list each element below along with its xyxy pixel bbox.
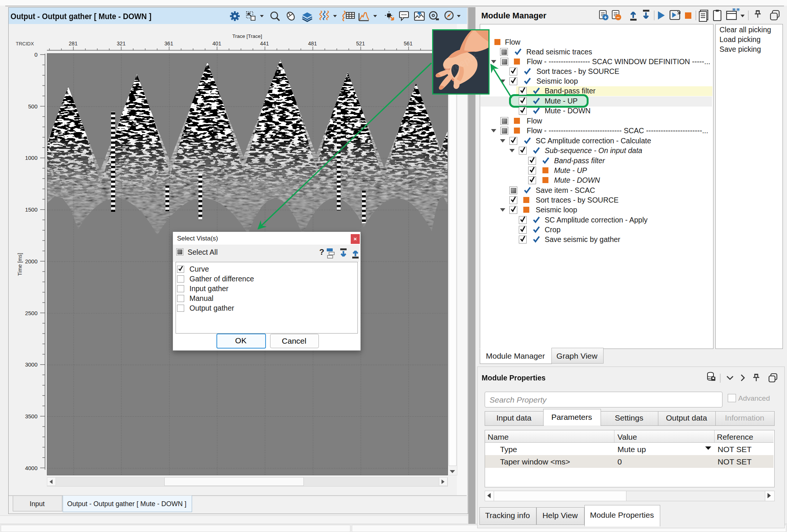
svg-text:✳✳: ✳✳ (732, 8, 740, 12)
